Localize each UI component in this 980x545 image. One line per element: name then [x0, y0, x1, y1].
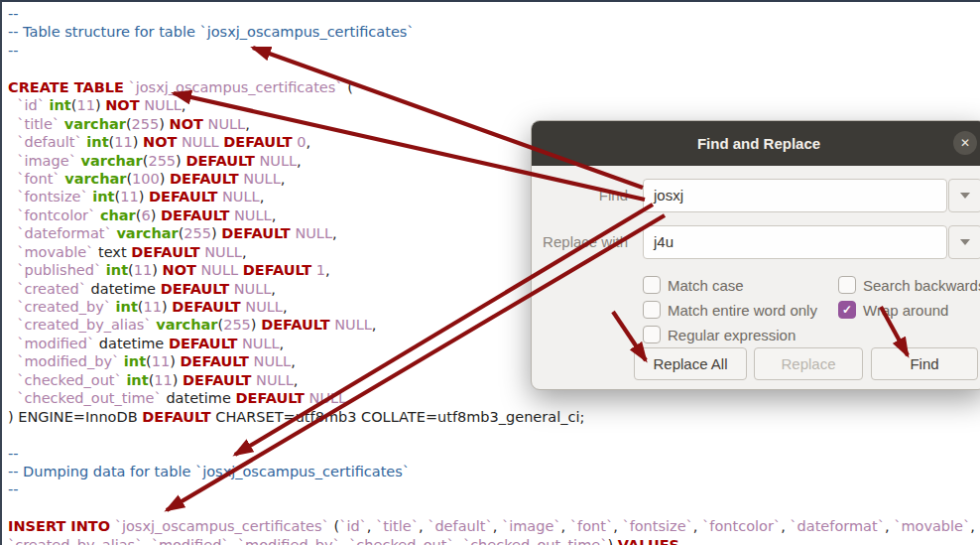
regular-expression-label: Regular expression	[668, 327, 796, 343]
code-line: `checked_out_time` datetime DEFAULT NULL	[8, 389, 980, 407]
match-case-row: Match case	[643, 276, 744, 294]
code-line: --	[8, 480, 980, 498]
match-case-checkbox[interactable]	[643, 276, 661, 294]
wrap-around-row: ✓ Wrap around	[838, 301, 948, 319]
code-line: INSERT INTO `josxj_oscampus_certificates…	[8, 517, 980, 535]
code-line: `id` int(11) NOT NULL,	[8, 96, 980, 114]
chevron-down-icon	[960, 239, 970, 245]
replace-input[interactable]: j4u	[643, 225, 947, 259]
code-line: `created_by_alias`, `modified`, `modifie…	[8, 536, 980, 545]
code-line: -- Table structure for table `josxj_osca…	[8, 23, 980, 41]
code-line: CREATE TABLE `josxj_oscampus_certificate…	[8, 78, 980, 96]
code-line	[8, 499, 980, 517]
dialog-title: Find and Replace	[697, 135, 820, 152]
wrap-around-label: Wrap around	[863, 302, 948, 319]
find-button[interactable]: Find	[871, 347, 978, 380]
match-entire-word-label: Match entire word only	[668, 302, 817, 319]
editor-window: ---- Table structure for table `josxj_os…	[0, 0, 980, 545]
regular-expression-checkbox[interactable]	[643, 326, 661, 343]
chevron-down-icon	[960, 193, 970, 199]
code-line: --	[8, 5, 980, 23]
close-button[interactable]: ✕	[953, 131, 977, 155]
search-backwards-row: Search backwards	[838, 276, 980, 294]
replace-history-dropdown[interactable]	[948, 225, 980, 259]
replace-all-button[interactable]: Replace All	[634, 347, 747, 380]
match-entire-word-checkbox[interactable]	[643, 301, 661, 319]
replace-label: Replace with	[532, 225, 628, 259]
search-backwards-label: Search backwards	[863, 277, 980, 294]
match-case-label: Match case	[668, 277, 744, 294]
match-word-row: Match entire word only	[643, 301, 817, 319]
code-line: --	[8, 445, 980, 463]
close-icon: ✕	[960, 136, 970, 150]
find-input[interactable]: josxj	[643, 179, 947, 212]
dialog-titlebar: Find and Replace ✕	[532, 121, 980, 166]
find-history-dropdown[interactable]	[948, 179, 980, 212]
code-line: ) ENGINE=InnoDB DEFAULT CHARSET=utf8mb3 …	[8, 408, 980, 426]
replace-button[interactable]: Replace	[754, 347, 863, 380]
find-label: Find	[532, 179, 628, 212]
regex-row: Regular expression	[643, 326, 796, 343]
find-replace-dialog: Find and Replace ✕ Find josxj Replace wi…	[531, 120, 980, 390]
code-line: -- Dumping data for table `josxj_oscampu…	[8, 463, 980, 480]
search-backwards-checkbox[interactable]	[838, 276, 856, 294]
wrap-around-checkbox[interactable]: ✓	[838, 301, 856, 319]
code-line	[8, 60, 980, 77]
code-line	[8, 426, 980, 444]
code-line: --	[8, 42, 980, 60]
